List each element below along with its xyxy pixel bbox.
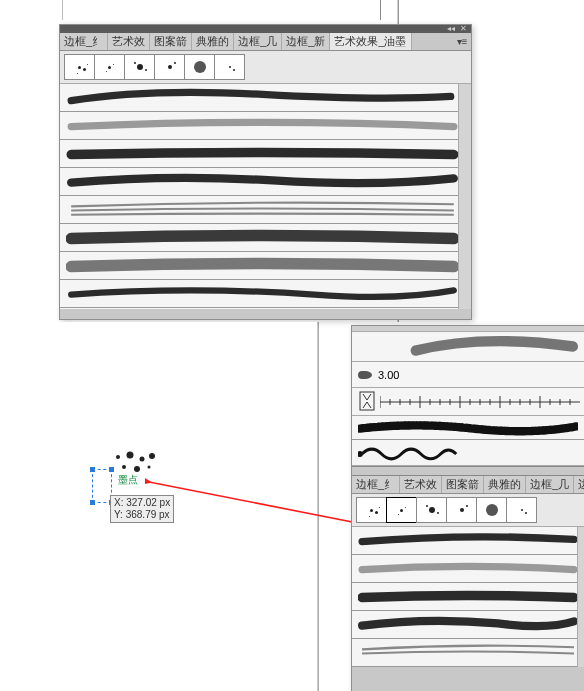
brush-tip-icon: [358, 371, 372, 379]
brush-thumb-ink-splat-1[interactable]: [64, 54, 95, 80]
stroke-sample-soft[interactable]: [352, 332, 584, 362]
tab-elegant[interactable]: 典雅的: [192, 33, 234, 50]
brush-thumb-ink-sparse[interactable]: [214, 54, 245, 80]
stroke-sample-1[interactable]: [60, 84, 471, 112]
stroke-sample-rough[interactable]: [352, 416, 584, 440]
tab-border-1[interactable]: 边框_纟: [60, 33, 108, 50]
coord-y-label: Y:: [114, 509, 123, 520]
stroke-weight-value: 3.00: [378, 369, 399, 381]
coord-x-value: 327.02 px: [126, 497, 170, 508]
stroke-sample-3[interactable]: [60, 140, 471, 168]
stroke-sample-5[interactable]: [60, 196, 471, 224]
stroke2-sample-1[interactable]: [352, 527, 584, 555]
brush2-thumb-ink-splat-4[interactable]: [446, 497, 477, 523]
svg-point-0: [116, 455, 120, 459]
coord-y-value: 368.79 px: [126, 509, 170, 520]
placed-ink-splat[interactable]: 墨点: [108, 449, 160, 477]
brushes-panel-secondary: 3.00: [351, 325, 584, 691]
tab2-artistic[interactable]: 艺术效: [400, 476, 442, 493]
panel-titlebar[interactable]: ◂◂ ✕: [60, 25, 471, 33]
stroke-sample-6[interactable]: [60, 224, 471, 252]
panel-divider: [352, 466, 584, 476]
object-label: 墨点: [118, 473, 138, 487]
brush-stroke-list-secondary[interactable]: [352, 527, 584, 667]
tab-artistic[interactable]: 艺术效: [108, 33, 150, 50]
stroke2-sample-4[interactable]: [352, 611, 584, 639]
brush-thumbnail-row-secondary: [352, 494, 584, 527]
brush-stroke-list[interactable]: [60, 84, 471, 309]
panel-close-icon[interactable]: ✕: [459, 27, 467, 32]
stroke-sample-8[interactable]: [60, 280, 471, 308]
stroke2-sample-5[interactable]: [352, 639, 584, 667]
ruler-ticks-icon: [380, 392, 580, 412]
ornament-brush-row[interactable]: [352, 440, 584, 466]
panel-menu-icon[interactable]: ▾≡: [453, 33, 471, 50]
brush-tabs: 边框_纟 艺术效 图案箭 典雅的 边框_几 边框_新 艺术效果_油墨 ▾≡: [60, 33, 471, 51]
figure-icon: [358, 390, 376, 412]
stroke-weight-row[interactable]: 3.00: [352, 362, 584, 388]
tab-border-new[interactable]: 边框_新: [282, 33, 330, 50]
tab-pattern-arrow[interactable]: 图案箭: [150, 33, 192, 50]
panel-collapse-icon[interactable]: ◂◂: [447, 27, 455, 32]
tab-border-ji[interactable]: 边框_几: [234, 33, 282, 50]
tab2-border-1[interactable]: 边框_纟: [352, 476, 400, 493]
resize-handle-tl[interactable]: [90, 467, 95, 472]
tab2-border-ji[interactable]: 边框_几: [526, 476, 574, 493]
brush-thumb-ink-blob[interactable]: [184, 54, 215, 80]
brush-tabs-secondary: 边框_纟 艺术效 图案箭 典雅的 边框_几 边: [352, 476, 584, 494]
resize-handle-bl[interactable]: [90, 500, 95, 505]
brush2-thumb-ink-blob[interactable]: [476, 497, 507, 523]
svg-point-2: [140, 457, 145, 462]
tab2-elegant[interactable]: 典雅的: [484, 476, 526, 493]
svg-point-1: [127, 452, 134, 459]
tab2-border-cut[interactable]: 边: [574, 476, 584, 493]
stroke-sample-4[interactable]: [60, 168, 471, 196]
brush-thumbnail-row: [60, 51, 471, 84]
brush2-thumb-ink-sparse[interactable]: [506, 497, 537, 523]
brush-thumb-ink-splat-4[interactable]: [154, 54, 185, 80]
stroke-sample-2[interactable]: [60, 112, 471, 140]
stroke-sample-7[interactable]: [60, 252, 471, 280]
brush2-thumb-ink-splat-1[interactable]: [356, 497, 387, 523]
svg-point-6: [148, 466, 151, 469]
svg-point-3: [149, 453, 155, 459]
svg-point-4: [122, 465, 126, 469]
brushes-panel: ◂◂ ✕ 边框_纟 艺术效 图案箭 典雅的 边框_几 边框_新 艺术效果_油墨 …: [59, 24, 472, 320]
ornament-icon: [358, 442, 584, 464]
cursor-coordinates-tooltip: X: 327.02 px Y: 368.79 px: [110, 495, 174, 523]
brush-thumb-ink-splat-3[interactable]: [124, 54, 155, 80]
coord-x-label: X:: [114, 497, 123, 508]
brush2-thumb-ink-splat-3[interactable]: [416, 497, 447, 523]
stroke2-sample-3[interactable]: [352, 583, 584, 611]
tab2-pattern-arrow[interactable]: 图案箭: [442, 476, 484, 493]
stroke2-sample-2[interactable]: [352, 555, 584, 583]
app-frame-segment: [62, 0, 381, 20]
ruler-brush-row[interactable]: [352, 388, 584, 416]
resize-handle-tr[interactable]: [109, 467, 114, 472]
tab-ink-art[interactable]: 艺术效果_油墨: [330, 33, 411, 50]
brush2-thumb-ink-splat-2[interactable]: [386, 497, 417, 523]
brush-thumb-ink-splat-2[interactable]: [94, 54, 125, 80]
svg-point-5: [134, 466, 140, 472]
app-frame-divider-2: [317, 322, 319, 691]
svg-rect-8: [360, 392, 374, 410]
selection-bounding-box[interactable]: [92, 469, 112, 503]
